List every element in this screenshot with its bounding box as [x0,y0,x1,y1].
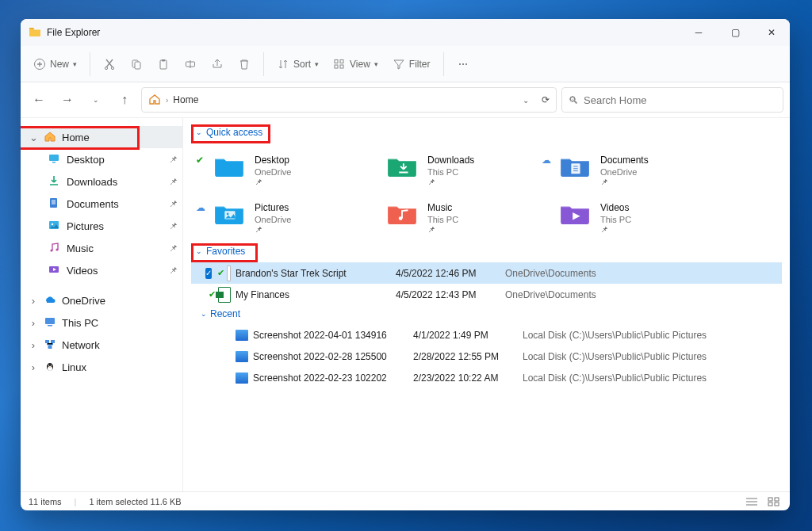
svg-point-20 [50,249,52,251]
quick-access-item[interactable]: ☁ DocumentsOneDrive 📌︎ [557,143,708,188]
filter-button[interactable]: Filter [386,53,437,75]
sidebar-item-linux[interactable]: ›Linux [21,356,182,378]
file-date: 4/1/2022 1:49 PM [413,330,523,341]
close-button[interactable]: ✕ [753,19,790,46]
file-date: 4/5/2022 12:43 PM [396,289,505,300]
search-box[interactable]: 🔍︎ [561,87,783,113]
home-icon [148,93,161,108]
chevron-down-icon: ▾ [73,60,77,68]
sidebar-item-label: Music [67,243,94,254]
svg-rect-38 [768,502,772,506]
quick-access-item[interactable]: ✔ DesktopOneDrive 📌︎ [212,143,362,188]
document-file-icon [227,266,231,281]
nav-forward-button[interactable]: → [56,88,79,112]
svg-point-30 [48,365,49,365]
item-name: Music [427,202,458,213]
list-item[interactable]: Screenshot 2022-04-01 134916 4/1/2022 1:… [209,324,782,346]
minimize-button[interactable]: ─ [680,19,717,46]
svg-point-14 [465,63,467,65]
drive-icon [44,338,56,353]
pin-icon: 📌︎ [169,155,178,164]
command-bar: New ▾ Sort ▾ View ▾ Filter [21,46,790,82]
nav-recent-button[interactable]: ⌄ [84,88,108,112]
sidebar-item-music[interactable]: Music📌︎ [21,237,182,259]
breadcrumb-segment[interactable]: Home [173,94,198,105]
sidebar-item-videos[interactable]: Videos📌︎ [21,259,182,281]
file-name: My Finances [236,289,396,300]
item-location: OneDrive [255,215,291,224]
chevron-right-icon[interactable]: › [29,340,38,350]
file-name: Screenshot 2022-02-28 125500 [253,351,413,362]
nav-back-button[interactable]: ← [27,88,51,112]
sidebar-item-desktop[interactable]: Desktop📌︎ [21,148,182,170]
folder-icon [557,150,592,181]
new-button[interactable]: New ▾ [27,53,83,75]
home-icon [44,130,56,145]
sidebar-item-downloads[interactable]: Downloads📌︎ [21,170,182,193]
address-bar[interactable]: › Home ⌄ ⟳ [141,87,557,113]
delete-button[interactable] [232,53,257,75]
sidebar-item-this-pc[interactable]: ›This PC [21,311,182,334]
folder-icon [48,263,60,278]
svg-rect-26 [51,340,55,343]
paste-button[interactable] [151,53,176,75]
refresh-button[interactable]: ⟳ [542,94,550,105]
sidebar-item-label: Documents [67,198,119,210]
svg-point-21 [56,248,58,250]
svg-rect-8 [335,59,338,63]
svg-rect-23 [45,318,55,324]
item-location: This PC [427,215,458,224]
window-title: File Explorer [47,27,100,38]
rename-button[interactable] [178,53,203,75]
group-header-quick-access[interactable]: ⌄ Quick access [191,124,267,140]
folder-icon [48,197,60,212]
chevron-down-icon[interactable]: ⌄ [29,132,38,142]
svg-rect-17 [50,198,57,208]
chevron-right-icon[interactable]: › [29,318,38,327]
drive-icon [44,315,56,330]
list-item[interactable]: ✓✔ Brandon's Star Trek Script 4/5/2022 1… [191,262,782,284]
svg-rect-9 [340,59,343,63]
sidebar-item-pictures[interactable]: Pictures📌︎ [21,215,182,237]
sidebar-item-onedrive[interactable]: ›OneDrive [21,289,182,311]
chevron-down-icon: ⌄ [196,128,202,136]
quick-access-item[interactable]: ☁ PicturesOneDrive 📌︎ [212,191,362,235]
view-button[interactable]: View ▾ [327,53,385,75]
file-name: Screenshot 2022-02-23 102202 [253,372,413,384]
pin-icon: 📌︎ [255,225,262,234]
copy-button[interactable] [124,53,149,75]
pin-icon: 📌︎ [600,178,608,186]
quick-access-item[interactable]: MusicThis PC 📌︎ [385,191,535,235]
search-input[interactable] [584,94,776,106]
checkbox-icon[interactable]: ✓ [205,268,212,279]
cut-button[interactable] [97,53,122,75]
group-header-favorites[interactable]: ⌄ Favorites [191,243,250,259]
details-view-button[interactable] [744,495,760,508]
sidebar-item-documents[interactable]: Documents📌︎ [21,193,182,215]
quick-access-item[interactable]: VideosThis PC 📌︎ [557,191,708,235]
group-header-recent[interactable]: ⌄ Recent [191,305,782,321]
address-dropdown-icon[interactable]: ⌄ [523,96,529,105]
more-button[interactable] [450,53,476,75]
maximize-button[interactable]: ▢ [717,19,753,46]
list-item[interactable]: Screenshot 2022-02-28 125500 2/28/2022 1… [209,346,782,367]
pin-icon: 📌︎ [169,221,178,231]
svg-rect-5 [160,60,167,69]
thumbnails-view-button[interactable] [766,495,782,508]
nav-up-button[interactable]: ↑ [113,88,136,112]
sort-button[interactable]: Sort ▾ [270,53,325,75]
image-file-icon [236,372,248,384]
list-item[interactable]: ✔ My Finances 4/5/2022 12:43 PM OneDrive… [191,284,782,305]
sidebar-item-home[interactable]: ⌄ Home [21,126,182,148]
chevron-right-icon[interactable]: › [29,362,38,372]
sidebar-item-network[interactable]: ›Network [21,334,182,356]
pin-icon: 📌︎ [600,225,608,234]
breadcrumb-separator: › [166,96,168,105]
list-item[interactable]: Screenshot 2022-02-23 102202 2/23/2022 1… [209,367,782,388]
share-button[interactable] [205,53,230,75]
file-location: Local Disk (C:)\Users\Public\Public Pict… [523,351,782,362]
file-date: 2/23/2022 10:22 AM [413,372,523,384]
file-name: Brandon's Star Trek Script [236,268,396,279]
quick-access-item[interactable]: DownloadsThis PC 📌︎ [385,143,535,188]
chevron-right-icon[interactable]: › [29,296,38,305]
